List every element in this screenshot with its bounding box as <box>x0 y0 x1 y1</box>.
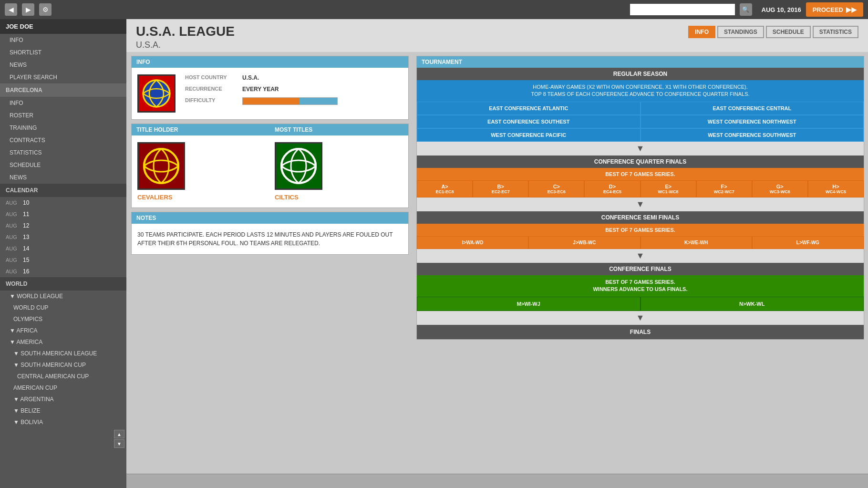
sidebar-item-bolivia[interactable]: ▼ BOLIVIA <box>0 416 126 428</box>
tab-info[interactable]: INFO <box>688 26 715 38</box>
conf-finals-desc: BEST OF 7 GAMES SERIES.WINNERS ADVANCE T… <box>417 275 864 297</box>
calendar-item-aug16[interactable]: AUG16 <box>0 266 126 277</box>
sidebar-item-news[interactable]: NEWS <box>0 59 126 71</box>
conf-east-atlantic: EAST CONFERENCE ATLANTIC <box>417 102 641 115</box>
sidebar-section-world[interactable]: WORLD <box>0 277 126 291</box>
sidebar-item-america[interactable]: ▼ AMERICA <box>0 336 126 348</box>
proceed-label: PROCEED <box>813 6 843 13</box>
difficulty-row: DIFFICULTY <box>185 97 403 105</box>
sidebar-item-roster[interactable]: ROSTER <box>0 109 126 122</box>
layout: JOE DOE INFO SHORTLIST NEWS PLAYER SEARC… <box>0 19 868 488</box>
title-holder-item: CEVALIERS <box>137 142 265 201</box>
sidebar-item-schedule[interactable]: SCHEDULE <box>0 159 126 171</box>
title-holder-name: CEVALIERS <box>137 194 172 201</box>
info-box-header: INFO <box>132 56 408 68</box>
user-name: JOE DOE <box>0 19 126 34</box>
sidebar-item-argentina[interactable]: ▼ ARGENTINA <box>0 394 126 405</box>
sidebar-item-world-cup[interactable]: WORLD CUP <box>0 302 126 313</box>
sidebar-item-world-league[interactable]: ▼ WORLD LEAGUE <box>0 291 126 302</box>
proceed-arrow-icon: ▶▶ <box>846 6 857 13</box>
title-holder-logo <box>137 142 185 190</box>
sidebar-item-shortlist[interactable]: SHORTLIST <box>0 46 126 59</box>
calendar-item-aug15[interactable]: AUG15 <box>0 254 126 266</box>
bracket-g: G>WC3-WC6 <box>752 180 808 197</box>
info-grid: HOST COUNTRY U.S.A. RECURRENCE EVERY YEA… <box>132 68 408 119</box>
sidebar-section-barcelona[interactable]: BARCELONA <box>0 83 126 97</box>
calendar-item-aug12[interactable]: AUG12 <box>0 220 126 231</box>
topbar: ◀ ▶ ⚙ 🔍 AUG 10, 2016 PROCEED ▶▶ <box>0 0 868 19</box>
sidebar-item-team-info[interactable]: INFO <box>0 97 126 109</box>
semi-row: I>WA-WD J>WB-WC K>WE-WH L>WF-WG <box>417 236 864 249</box>
tab-statistics[interactable]: STATISTICS <box>813 26 858 38</box>
proceed-button[interactable]: PROCEED ▶▶ <box>806 2 863 17</box>
conf-finals-row: M>WI-WJ N>WK-WL <box>417 297 864 311</box>
bracket-f: F>WC2-WC7 <box>696 180 752 197</box>
sidebar-item-statistics[interactable]: STATISTICS <box>0 146 126 159</box>
conf-quarter-finals-header: CONFERENCE QUARTER FINALS <box>417 156 864 168</box>
forward-button[interactable]: ▶ <box>22 3 34 16</box>
tab-bar: INFO STANDINGS SCHEDULE STATISTICS <box>688 26 858 38</box>
conf-final-n: N>WK-WL <box>641 297 864 311</box>
search-go-button[interactable]: 🔍 <box>740 3 752 16</box>
bracket-row: A>EC1-EC8 B>EC2-EC7 C>EC3-EC6 D>EC4-EC5 … <box>417 180 864 197</box>
sidebar-item-africa[interactable]: ▼ AFRICA <box>0 325 126 336</box>
bracket-d: D>EC4-EC5 <box>584 180 640 197</box>
regular-season-desc: HOME-AWAY GAMES (X2 WITH OWN CONFERENCE,… <box>417 80 864 102</box>
conferences-grid: EAST CONFERENCE ATLANTIC EAST CONFERENCE… <box>417 102 864 142</box>
conf-west-southwest: WEST CONFERENCE SOUTHWEST <box>641 128 864 142</box>
arrow-4: ▼ <box>417 311 864 325</box>
sidebar-item-central-american-cup[interactable]: CENTRAL AMERICAN CUP <box>0 371 126 382</box>
sidebar-item-american-cup[interactable]: AMERICAN CUP <box>0 382 126 394</box>
basketball-icon-top <box>279 147 318 185</box>
conf-semi-finals-header: CONFERENCE SEMI FINALS <box>417 211 864 224</box>
arrow-1: ▼ <box>417 142 864 156</box>
conf-semi-finals-desc: BEST OF 7 GAMES SERIES. <box>417 224 864 236</box>
sidebar-item-training[interactable]: TRAINING <box>0 122 126 134</box>
sidebar-section-calendar[interactable]: CALENDAR <box>0 184 126 197</box>
bracket-b: B>EC2-EC7 <box>473 180 528 197</box>
sidebar-item-belize[interactable]: ▼ BELIZE <box>0 405 126 416</box>
sidebar-item-team-news[interactable]: NEWS <box>0 171 126 184</box>
sidebar-item-info[interactable]: INFO <box>0 34 126 46</box>
sidebar: JOE DOE INFO SHORTLIST NEWS PLAYER SEARC… <box>0 19 126 488</box>
conf-final-m: M>WI-WJ <box>417 297 641 311</box>
calendar-item-aug13[interactable]: AUG13 <box>0 231 126 243</box>
sidebar-item-olympics[interactable]: OLYMPICS <box>0 313 126 325</box>
tab-standings[interactable]: STANDINGS <box>717 26 764 38</box>
bracket-e: E>WC1-WC8 <box>641 180 696 197</box>
regular-season-header: REGULAR SEASON <box>417 68 864 80</box>
tournament-box: TOURNAMENT REGULAR SEASON HOME-AWAY GAME… <box>416 56 864 340</box>
sidebar-item-player-search[interactable]: PLAYER SEARCH <box>0 71 126 83</box>
info-fields: HOST COUNTRY U.S.A. RECURRENCE EVERY YEA… <box>185 74 403 113</box>
difficulty-bar <box>242 97 338 105</box>
page-subtitle: U.S.A. <box>136 40 235 50</box>
tab-schedule[interactable]: SCHEDULE <box>766 26 811 38</box>
sidebar-scroll-down[interactable]: ▼ <box>114 439 124 448</box>
calendar-item-aug14[interactable]: AUG14 <box>0 243 126 254</box>
basketball-icon-holder <box>142 147 180 185</box>
sidebar-item-contracts[interactable]: CONTRACTS <box>0 134 126 146</box>
title-grid: CEVALIERS <box>132 135 408 208</box>
page-title: U.S.A. LEAGUE <box>136 24 235 39</box>
sidebar-item-south-american-league[interactable]: ▼ SOUTH AMERICAN LEAGUE <box>0 348 126 359</box>
bracket-a: A>EC1-EC8 <box>417 180 473 197</box>
most-titles-name: CILTICS <box>275 194 299 201</box>
arrow-3: ▼ <box>417 249 864 263</box>
semi-j: J>WB-WC <box>528 236 640 249</box>
settings-button[interactable]: ⚙ <box>39 3 52 16</box>
sidebar-item-south-american-cup[interactable]: ▼ SOUTH AMERICAN CUP <box>0 359 126 371</box>
date-display: AUG 10, 2016 <box>762 6 801 13</box>
search-input[interactable] <box>630 4 735 15</box>
bracket-c: C>EC3-EC6 <box>528 180 584 197</box>
main-content: U.S.A. LEAGUE U.S.A. INFO STANDINGS SCHE… <box>126 19 868 488</box>
most-titles-header: MOST TITLES <box>270 124 408 135</box>
semi-l: L>WF-WG <box>752 236 864 249</box>
host-country-row: HOST COUNTRY U.S.A. <box>185 74 403 81</box>
title-box: TITLE HOLDER MOST TITLES <box>131 124 409 208</box>
calendar-item-aug11[interactable]: AUG11 <box>0 208 126 220</box>
most-titles-item: CILTICS <box>275 142 403 201</box>
left-panel: INFO <box>131 52 413 474</box>
back-button[interactable]: ◀ <box>5 3 17 16</box>
sidebar-scroll-up[interactable]: ▲ <box>114 430 124 438</box>
calendar-item-aug10[interactable]: AUG10 <box>0 197 126 208</box>
